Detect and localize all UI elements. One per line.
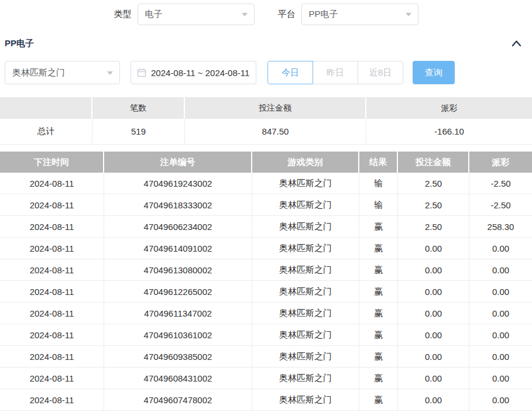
cell-game: 奥林匹斯之门 — [252, 368, 359, 389]
summary-header-payout: 派彩 — [366, 97, 532, 119]
cell-game: 奥林匹斯之门 — [252, 389, 359, 411]
bet-header-date: 下注时间 — [0, 152, 104, 173]
cell-date: 2024-08-11 — [0, 368, 104, 389]
chevron-up-icon — [512, 40, 521, 47]
cell-order: 47049611347002 — [104, 303, 252, 324]
cell-date: 2024-08-11 — [0, 389, 104, 411]
cell-result: 输 — [359, 173, 398, 194]
summary-header-bet-amount: 投注金额 — [185, 97, 366, 119]
cell-amount: 0.00 — [398, 346, 469, 368]
cell-order: 47049609385002 — [104, 346, 252, 368]
cell-result: 赢 — [359, 303, 398, 324]
cell-result: 赢 — [359, 281, 398, 303]
cell-amount: 2.50 — [398, 173, 469, 194]
last-8-days-button[interactable]: 近8日 — [358, 61, 403, 84]
bet-header-amount: 投注金额 — [398, 152, 469, 173]
summary-header-blank — [0, 97, 92, 119]
cell-amount: 2.50 — [398, 216, 469, 238]
cell-payout: 0.00 — [469, 238, 532, 259]
cell-payout: 0.00 — [469, 303, 532, 324]
cell-result: 赢 — [359, 368, 398, 389]
cell-result: 赢 — [359, 324, 398, 346]
cell-order: 47049606234002 — [104, 216, 252, 238]
bet-header-game: 游戏类别 — [252, 152, 359, 173]
cell-date: 2024-08-11 — [0, 324, 104, 346]
cell-result: 赢 — [359, 238, 398, 259]
caret-down-icon — [406, 13, 411, 16]
cell-order: 47049610361002 — [104, 324, 252, 346]
yesterday-button[interactable]: 昨日 — [313, 61, 358, 84]
cell-result: 赢 — [359, 389, 398, 411]
bet-header-order: 注单编号 — [104, 152, 252, 173]
type-select[interactable]: 电子 — [138, 4, 255, 25]
cell-payout: -2.50 — [469, 194, 532, 216]
cell-payout: -2.50 — [469, 173, 532, 194]
cell-order: 47049619243002 — [104, 173, 252, 194]
table-row: 2024-08-1147049619243002奥林匹斯之门输2.50-2.50 — [0, 173, 532, 194]
bet-table-body: 2024-08-1147049619243002奥林匹斯之门输2.50-2.50… — [0, 173, 532, 411]
table-row: 2024-08-1147049614091002奥林匹斯之门赢0.000.00 — [0, 238, 532, 259]
table-row: 2024-08-1147049611347002奥林匹斯之门赢0.000.00 — [0, 303, 532, 324]
cell-order: 47049614091002 — [104, 238, 252, 259]
cell-date: 2024-08-11 — [0, 194, 104, 216]
table-row: 2024-08-1147049608431002奥林匹斯之门赢0.000.00 — [0, 368, 532, 389]
table-row: 2024-08-1147049607478002奥林匹斯之门赢0.000.00 — [0, 389, 532, 411]
date-range-picker[interactable]: 2024-08-11 ~ 2024-08-11 — [131, 61, 256, 84]
cell-game: 奥林匹斯之门 — [252, 259, 359, 281]
bet-header-payout: 派彩 — [469, 152, 532, 173]
platform-label: 平台 — [278, 9, 296, 20]
summary-table: 笔数 投注金额 派彩 总计 519 847.50 -166.10 — [0, 97, 532, 145]
platform-select[interactable]: PP电子 — [301, 4, 418, 25]
today-button[interactable]: 今日 — [267, 61, 313, 84]
cell-payout: 0.00 — [469, 346, 532, 368]
table-row: 2024-08-1147049606234002奥林匹斯之门赢2.50258.3… — [0, 216, 532, 238]
platform-select-value: PP电子 — [309, 9, 338, 20]
cell-order: 47049608431002 — [104, 368, 252, 389]
caret-down-icon — [107, 71, 113, 75]
cell-payout: 0.00 — [469, 281, 532, 303]
cell-amount: 0.00 — [398, 281, 469, 303]
cell-game: 奥林匹斯之门 — [252, 324, 359, 346]
cell-payout: 258.30 — [469, 216, 532, 238]
table-row: 2024-08-1147049610361002奥林匹斯之门赢0.000.00 — [0, 324, 532, 346]
cell-result: 赢 — [359, 216, 398, 238]
cell-date: 2024-08-11 — [0, 346, 104, 368]
cell-payout: 0.00 — [469, 389, 532, 411]
table-row: 2024-08-1147049609385002奥林匹斯之门赢0.000.00 — [0, 346, 532, 368]
cell-amount: 0.00 — [398, 259, 469, 281]
cell-date: 2024-08-11 — [0, 216, 104, 238]
summary-total-payout: -166.10 — [366, 119, 532, 145]
collapse-button[interactable] — [510, 39, 523, 48]
cell-payout: 0.00 — [469, 368, 532, 389]
cell-date: 2024-08-11 — [0, 281, 104, 303]
cell-date: 2024-08-11 — [0, 173, 104, 194]
cell-game: 奥林匹斯之门 — [252, 216, 359, 238]
cell-result: 赢 — [359, 259, 398, 281]
cell-date: 2024-08-11 — [0, 238, 104, 259]
cell-payout: 0.00 — [469, 259, 532, 281]
cell-result: 赢 — [359, 346, 398, 368]
cell-game: 奥林匹斯之门 — [252, 281, 359, 303]
cell-amount: 0.00 — [398, 324, 469, 346]
summary-total-row: 总计 519 847.50 -166.10 — [0, 119, 532, 145]
cell-order: 47049612265002 — [104, 281, 252, 303]
platform-field: 平台 PP电子 — [278, 4, 418, 25]
game-select[interactable]: 奥林匹斯之门 — [5, 61, 120, 84]
type-select-value: 电子 — [145, 9, 163, 20]
summary-header-count: 笔数 — [92, 97, 185, 119]
calendar-icon — [137, 68, 146, 77]
quick-range-group: 今日 昨日 近8日 — [267, 61, 403, 84]
bet-table: 下注时间 注单编号 游戏类别 结果 投注金额 派彩 2024-08-114704… — [0, 152, 532, 411]
cell-game: 奥林匹斯之门 — [252, 346, 359, 368]
cell-game: 奥林匹斯之门 — [252, 173, 359, 194]
cell-amount: 0.00 — [398, 238, 469, 259]
game-select-value: 奥林匹斯之门 — [12, 67, 65, 78]
type-label: 类型 — [114, 9, 132, 20]
type-field: 类型 电子 — [114, 4, 255, 25]
cell-date: 2024-08-11 — [0, 303, 104, 324]
table-row: 2024-08-1147049613080002奥林匹斯之门赢0.000.00 — [0, 259, 532, 281]
table-row: 2024-08-1147049618333002奥林匹斯之门输2.50-2.50 — [0, 194, 532, 216]
search-button[interactable]: 查询 — [413, 61, 455, 84]
date-range-value: 2024-08-11 ~ 2024-08-11 — [151, 68, 249, 78]
top-filter-bar: 类型 电子 平台 PP电子 — [0, 2, 532, 26]
